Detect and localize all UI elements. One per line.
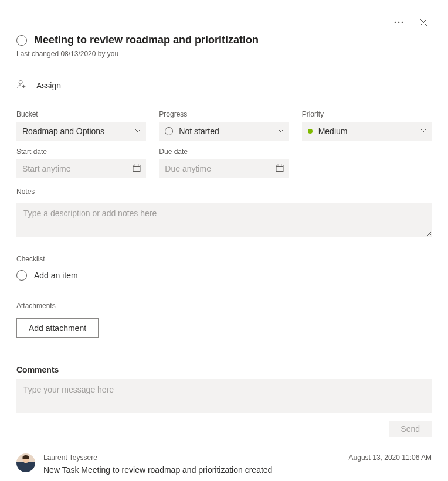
due-date-input[interactable]	[159, 159, 289, 178]
priority-label: Priority	[302, 110, 432, 118]
svg-point-3	[19, 81, 22, 84]
start-date-label: Start date	[16, 148, 146, 156]
svg-point-1	[398, 22, 400, 23]
progress-status-icon	[165, 127, 173, 135]
avatar	[16, 453, 35, 472]
notes-textarea[interactable]	[16, 203, 432, 237]
svg-point-2	[402, 22, 403, 23]
add-attachment-button[interactable]: Add attachment	[16, 318, 99, 338]
send-button[interactable]: Send	[389, 421, 432, 437]
bucket-dropdown[interactable]: Roadmap and Options	[16, 122, 146, 141]
chevron-down-icon	[420, 127, 427, 136]
attachments-label: Attachments	[16, 302, 432, 310]
calendar-icon[interactable]	[132, 163, 141, 175]
assign-button[interactable]: Assign	[16, 79, 432, 91]
comments-heading: Comments	[16, 365, 432, 374]
svg-rect-5	[276, 165, 283, 172]
priority-value: Medium	[318, 127, 348, 136]
checklist-label: Checklist	[16, 255, 432, 263]
close-icon[interactable]	[415, 14, 432, 30]
bucket-label: Bucket	[16, 110, 146, 118]
bucket-value: Roadmap and Options	[22, 127, 104, 136]
assign-label: Assign	[36, 81, 61, 90]
progress-value: Not started	[179, 127, 219, 136]
priority-dropdown[interactable]: Medium	[302, 122, 432, 141]
comment-text: New Task Meeting to review roadmap and p…	[43, 465, 432, 475]
comment-timestamp: August 13, 2020 11:06 AM	[349, 453, 432, 462]
assign-person-icon	[16, 79, 27, 91]
complete-task-toggle[interactable]	[16, 35, 27, 46]
task-title[interactable]: Meeting to review roadmap and prioritiza…	[34, 34, 259, 46]
progress-label: Progress	[159, 110, 289, 118]
calendar-icon[interactable]	[275, 163, 284, 175]
chevron-down-icon	[277, 127, 284, 136]
comment-textarea[interactable]	[16, 379, 432, 413]
svg-point-0	[395, 22, 396, 23]
chevron-down-icon	[134, 127, 141, 136]
last-changed-text: Last changed 08/13/2020 by you	[16, 50, 432, 58]
start-date-input[interactable]	[16, 159, 146, 178]
comment-author: Laurent Teyssere	[43, 453, 97, 462]
more-options-icon[interactable]	[391, 14, 407, 30]
progress-dropdown[interactable]: Not started	[159, 122, 289, 141]
notes-label: Notes	[16, 187, 432, 196]
add-checklist-item[interactable]: Add an item	[16, 270, 432, 281]
priority-indicator-icon	[308, 129, 313, 134]
checklist-circle-icon	[16, 270, 27, 281]
comment-entry: Laurent Teyssere August 13, 2020 11:06 A…	[16, 453, 432, 475]
add-item-label: Add an item	[34, 271, 78, 280]
due-date-label: Due date	[159, 148, 289, 156]
svg-rect-4	[133, 165, 140, 172]
